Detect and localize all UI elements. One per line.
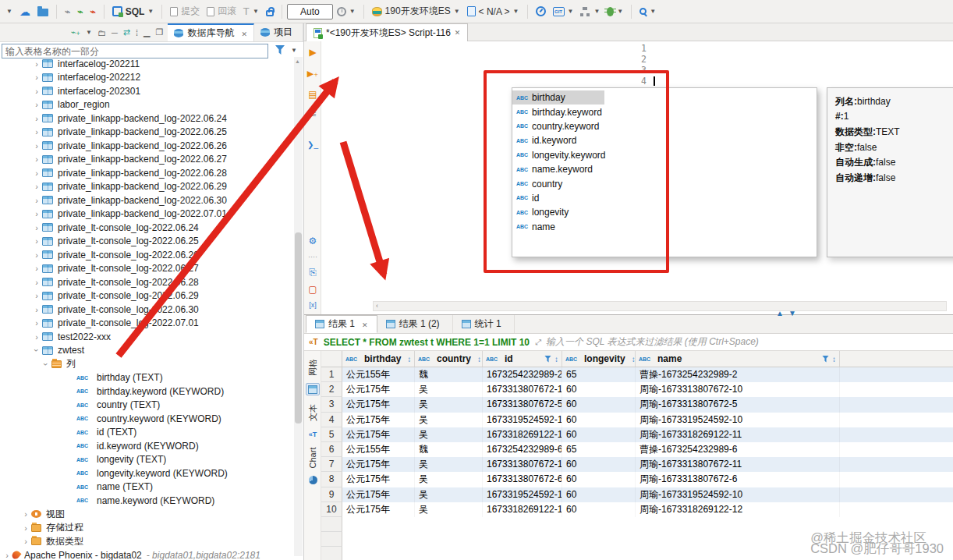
- script-log-icon[interactable]: ≣: [304, 108, 321, 118]
- cell-id[interactable]: 1673254232989-6: [483, 442, 562, 457]
- caret-down-icon[interactable]: [291, 48, 297, 54]
- completion-item[interactable]: longevity: [512, 205, 817, 219]
- tab-close-icon[interactable]: [238, 28, 247, 39]
- cell-longevity[interactable]: 60: [562, 413, 636, 427]
- cell-id[interactable]: 1673313807672-5: [483, 397, 562, 412]
- connection-selector[interactable]: 190开发环境ES: [369, 2, 463, 20]
- column-filter-icon[interactable]: [544, 356, 551, 363]
- cell-birthday[interactable]: 公元175年: [342, 457, 415, 472]
- results-panel-resize-arrows[interactable]: ▲▼: [776, 309, 801, 317]
- presentation-text-tab[interactable]: 文本 «T: [304, 399, 321, 441]
- toolbar-overflow-button[interactable]: [3, 6, 16, 17]
- cell-id[interactable]: 1673319524592-10: [483, 413, 562, 427]
- sql-console-icon[interactable]: ❯_: [304, 141, 321, 149]
- tree-item[interactable]: private_linkapp-backend_log-2022.06.30: [0, 193, 295, 207]
- chevron-icon[interactable]: [31, 168, 42, 178]
- chevron-icon[interactable]: [31, 100, 42, 109]
- cell-longevity[interactable]: 60: [562, 457, 636, 472]
- cell-longevity[interactable]: 60: [562, 502, 636, 517]
- cell-birthday[interactable]: 公元155年: [342, 367, 415, 382]
- code-line-4[interactable]: 4: [625, 76, 655, 87]
- tree-item[interactable]: private_linkapp-backend_log-2022.06.25: [0, 126, 295, 140]
- cell-longevity[interactable]: 60: [562, 397, 636, 412]
- tree-item[interactable]: private_linkapp-backend_log-2022.07.01: [0, 207, 295, 222]
- cell-birthday[interactable]: 公元175年: [342, 472, 415, 487]
- tree-item[interactable]: 列: [0, 357, 295, 371]
- tree-item[interactable]: private_linkapp-backend_log-2022.06.27: [0, 153, 295, 167]
- unsaved-doc-icon[interactable]: ▢: [304, 285, 321, 294]
- tree-item[interactable]: id.keyword (KEYWORD): [0, 439, 295, 453]
- schema-selector[interactable]: < N/A >: [464, 4, 523, 19]
- column-header[interactable]: name: [636, 351, 840, 367]
- chevron-icon[interactable]: [31, 59, 42, 69]
- history-button[interactable]: [334, 5, 359, 19]
- cell-country[interactable]: 吴: [415, 397, 483, 412]
- cell-longevity[interactable]: 60: [562, 487, 636, 502]
- tree-item[interactable]: longevity (TEXT): [0, 453, 295, 467]
- maximize-panel-icon[interactable]: ❐: [156, 27, 164, 37]
- table-row[interactable]: 4 公元175年 吴 1673319524592-10 60 周瑜-167331…: [321, 413, 953, 427]
- er-diagram-button[interactable]: [577, 5, 603, 19]
- table-row[interactable]: 7 公元175年 吴 1673313807672-11 60 周瑜-167331…: [321, 457, 953, 472]
- cell-longevity[interactable]: 65: [562, 442, 636, 457]
- new-connection-icon[interactable]: ⌁₊: [71, 27, 80, 37]
- chevron-icon[interactable]: [41, 360, 51, 369]
- disconnect-button[interactable]: ⌁: [87, 4, 98, 19]
- cell-country[interactable]: 吴: [415, 487, 483, 502]
- tab-close-icon[interactable]: [455, 29, 461, 37]
- cell-name[interactable]: 周瑜-1673313807672-5: [636, 397, 840, 412]
- variables-doc-icon[interactable]: [x]: [304, 302, 321, 309]
- tree-item[interactable]: zwtest: [0, 344, 295, 358]
- transaction-mode-button[interactable]: Ꭲ: [240, 4, 262, 19]
- completion-item[interactable]: country.keyword: [512, 119, 817, 133]
- cell-country[interactable]: 吴: [415, 472, 483, 487]
- code-line-3[interactable]: 3: [625, 65, 654, 76]
- collapse-all-icon[interactable]: ─: [112, 28, 118, 37]
- export-result-icon[interactable]: ⎘: [304, 268, 321, 277]
- chevron-icon[interactable]: [31, 250, 42, 260]
- results-filter-bar[interactable]: «T SELECT * FROM zwtest t WHERE 1=1 LIMI…: [304, 334, 953, 351]
- chevron-icon[interactable]: [31, 278, 42, 287]
- completion-item[interactable]: birthday.keyword: [512, 105, 817, 119]
- reconnect-button[interactable]: ⌁: [74, 4, 86, 19]
- tree-item[interactable]: private_lt-console_log-2022.06.29: [0, 289, 295, 303]
- chevron-icon[interactable]: [31, 209, 42, 218]
- chevron-icon[interactable]: [31, 87, 42, 96]
- editor-tab-script-116[interactable]: *<190开发环境ES> Script-116: [306, 23, 468, 41]
- expand-filter-icon[interactable]: ⤢: [535, 338, 540, 347]
- sidebar-tab[interactable]: 数据库导航: [168, 23, 254, 41]
- cell-country[interactable]: 吴: [415, 413, 483, 427]
- chevron-icon[interactable]: [31, 73, 42, 82]
- new-cloud-connection-button[interactable]: ☁: [16, 4, 34, 19]
- settings-gear-icon[interactable]: ⚙: [304, 236, 321, 246]
- table-row[interactable]: 6 公元155年 魏 1673254232989-6 65 曹操-1673254…: [321, 442, 953, 457]
- sidebar-scrollbar[interactable]: ▲: [294, 57, 303, 556]
- tree-item[interactable]: interfacelog-202211: [0, 57, 295, 71]
- link-editor-icon[interactable]: ⇄: [123, 27, 130, 37]
- tree-item[interactable]: name.keyword (KEYWORD): [0, 494, 295, 508]
- open-connection-button[interactable]: [34, 4, 51, 19]
- completion-item[interactable]: longevity.keyword: [512, 148, 817, 162]
- caret-down-icon[interactable]: [86, 30, 92, 36]
- git-button[interactable]: GIT: [550, 5, 577, 19]
- completion-item[interactable]: country: [512, 176, 817, 190]
- completion-item[interactable]: name.keyword: [512, 162, 817, 176]
- cell-id[interactable]: 1673319524592-10: [483, 487, 562, 502]
- table-row[interactable]: 1 公元155年 魏 1673254232989-2 65 曹操-1673254…: [321, 367, 953, 382]
- new-folder-icon[interactable]: 🗀: [97, 28, 106, 37]
- chevron-icon[interactable]: [2, 551, 12, 560]
- column-sort-icon[interactable]: [632, 355, 636, 363]
- auto-commit-button[interactable]: Auto: [287, 4, 333, 19]
- chevron-icon[interactable]: [31, 264, 42, 273]
- chevron-icon[interactable]: [31, 182, 42, 191]
- cell-name[interactable]: 周瑜-1673313807672-11: [636, 457, 840, 472]
- table-row[interactable]: 10 公元175年 吴 1673318269122-12 60 周瑜-16733…: [321, 502, 953, 517]
- code-line-2[interactable]: 2: [625, 54, 654, 65]
- sql-editor-button[interactable]: SQL: [109, 4, 158, 19]
- tree-item[interactable]: 视图: [0, 508, 295, 522]
- completion-item[interactable]: id.keyword: [512, 133, 817, 147]
- tree-item[interactable]: private_linkapp-backend_log-2022.06.29: [0, 180, 295, 194]
- tree-item[interactable]: country (TEXT): [0, 399, 295, 413]
- results-tab[interactable]: 结果 1 (2): [377, 315, 453, 333]
- tab-close-icon[interactable]: [359, 319, 368, 330]
